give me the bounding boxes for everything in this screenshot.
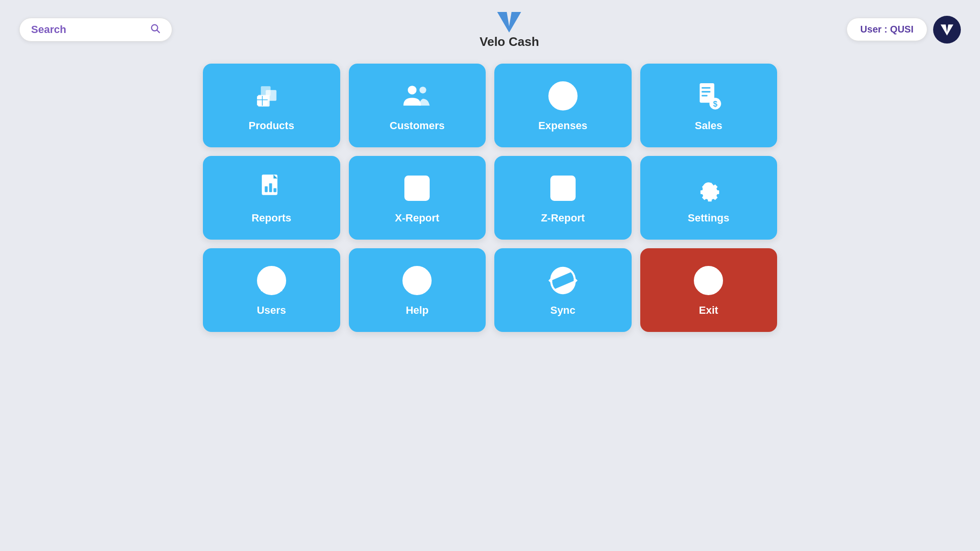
z-bracket-icon: Z [546,172,579,205]
tile-help[interactable]: Help [349,248,486,332]
tile-products[interactable]: Products [203,64,340,147]
svg-rect-16 [702,91,711,92]
header: Velo Cash User : QUSI [19,10,961,49]
svg-rect-17 [702,95,708,96]
svg-rect-22 [269,183,272,192]
boxes-icon [255,79,288,113]
svg-marker-3 [941,24,954,35]
svg-marker-37 [575,277,578,283]
tile-reports-label: Reports [252,212,291,224]
dollar-circle-icon: $ [546,79,579,113]
lifebuoy-icon [401,264,434,298]
svg-point-11 [420,87,426,93]
svg-marker-2 [497,12,521,33]
tile-exit[interactable]: Exit [640,248,778,332]
tile-users-label: Users [257,304,286,317]
report-file-icon [255,172,288,205]
tile-exit-label: Exit [699,304,718,317]
svg-rect-21 [265,186,267,192]
users-icon [401,79,434,113]
svg-rect-15 [702,87,711,88]
tile-reports[interactable]: Reports [203,156,340,240]
logo-v-icon [495,10,523,33]
tile-products-label: Products [249,120,294,132]
exit-arrow-icon [692,264,725,298]
svg-marker-38 [548,277,551,283]
search-bar[interactable] [19,18,172,42]
main-grid: Products Customers $ Expenses [203,64,777,332]
user-circle-icon [255,264,288,298]
tile-sales-label: Sales [695,120,723,132]
user-section: User : QUSI [846,16,961,44]
tile-customers[interactable]: Customers [349,64,486,147]
tile-z-report-label: Z-Report [541,212,585,224]
svg-point-32 [411,274,424,287]
tile-sync[interactable]: Sync [494,248,632,332]
svg-rect-23 [273,188,276,192]
tile-customers-label: Customers [390,120,445,132]
svg-text:$: $ [559,88,567,105]
tile-sales[interactable]: $ Sales [640,64,778,147]
tile-x-report[interactable]: X-Report [349,156,486,240]
svg-rect-6 [261,86,270,96]
user-badge: User : QUSI [846,18,927,41]
receipt-icon: $ [692,79,725,113]
logo-title: Velo Cash [479,34,539,49]
gear-icon [692,172,725,205]
tile-sync-label: Sync [550,304,576,317]
avatar [933,16,961,44]
tile-expenses[interactable]: $ Expenses [494,64,632,147]
tile-settings-label: Settings [688,212,729,224]
svg-text:Z: Z [558,182,568,198]
svg-point-10 [408,86,416,94]
x-bracket-icon [401,172,434,205]
search-input[interactable] [31,23,146,36]
search-icon [150,23,160,36]
logo: Velo Cash [479,10,539,49]
tile-z-report[interactable]: Z Z-Report [494,156,632,240]
tile-settings[interactable]: Settings [640,156,778,240]
svg-point-30 [267,273,276,282]
tile-users[interactable]: Users [203,248,340,332]
tile-x-report-label: X-Report [395,212,439,224]
tile-expenses-label: Expenses [538,120,588,132]
tile-help-label: Help [406,304,429,317]
svg-text:$: $ [713,99,717,108]
sync-arrows-icon [546,264,579,298]
svg-line-1 [157,30,159,33]
